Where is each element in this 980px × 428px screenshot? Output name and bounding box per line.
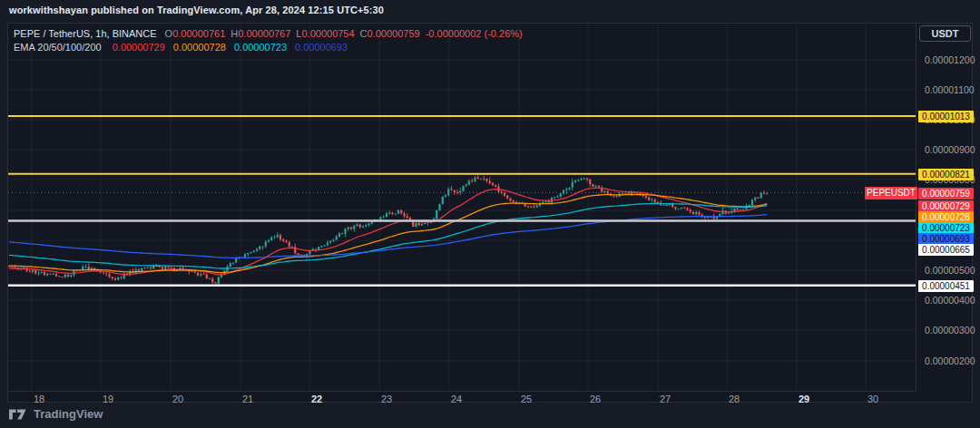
price-tick-label: 0.00001100 [925,84,975,95]
price-label-chip: 0.00000665 [918,244,974,256]
price-tick-label: 0.00000500 [925,265,975,276]
price-label-chip: 0.00000759 [918,188,974,199]
ohlc-key: C [360,28,368,39]
time-tick-label: 30 [867,394,878,404]
time-tick-label: 18 [34,394,44,404]
symbol-legend-row[interactable]: PEPE / TetherUS, 1h, BINANCE O0.00000761… [14,27,523,41]
time-tick-label: 20 [172,394,183,404]
price-label-chip: 0.00000693 [918,233,974,245]
currency-toggle-button[interactable]: USDT [919,25,971,42]
ema-value: 0.00000693 [295,42,348,53]
price-tick-label: 0.00000300 [925,325,975,336]
price-label-chip: 0.00000728 [918,211,974,223]
chart-pane: PEPE / TetherUS, 1h, BINANCE O0.00000761… [7,23,973,403]
price-tick-label: 0.00000200 [925,355,975,366]
time-tick-label: 28 [729,394,740,404]
time-tick-label: 21 [242,394,253,404]
price-label-chip: 0.00000821 [918,169,974,180]
chart-legend: PEPE / TetherUS, 1h, BINANCE O0.00000761… [14,27,523,54]
published-attribution: workwithshayan published on TradingView.… [9,5,384,15]
ohlc-value: 0.00000754 [301,28,354,39]
ema-value: 0.00000728 [173,42,226,53]
ema-value: 0.00000723 [234,42,287,53]
footer-brand: TradingView [9,407,103,421]
price-label-chip: 0.00000451 [918,280,974,292]
candlestick-chart[interactable] [8,24,916,391]
ema-indicator-label: EMA 20/50/100/200 [14,42,102,53]
time-axis[interactable]: 18192021222324252627282930 [8,391,916,404]
ohlc-value: 0.00000759 [368,28,420,39]
tradingview-snapshot: workwithshayan published on TradingView.… [0,0,980,428]
price-tick-label: 0.00000900 [925,144,975,155]
up-candle-bodies [20,177,768,283]
down-candle-wicks [9,175,764,284]
time-tick-label: 23 [381,394,392,404]
price-tick-label: 0.00000400 [925,295,975,306]
ema-100-line [9,204,767,269]
price-tick-label: 0.00001200 [925,54,975,65]
ema-legend-row[interactable]: EMA 20/50/100/200 0.000007290.000007280.… [14,41,523,54]
price-axis-separator [916,24,916,391]
time-tick-label: 25 [521,394,532,404]
price-label-chip: 0.00001013 [918,111,974,122]
time-tick-label: 27 [660,394,671,404]
ema-value: 0.00000729 [113,42,165,53]
price-label-chip: 0.00000729 [918,200,974,212]
price-label-chip: 0.00000723 [918,222,974,234]
symbol-price-chip: PEPEUSDT [865,187,917,199]
down-candle-bodies [8,177,765,283]
time-tick-label: 26 [590,394,601,404]
time-tick-label: 29 [799,394,809,404]
time-tick-label: 22 [311,394,322,404]
ohlc-key: O [165,28,173,39]
tradingview-logo-icon[interactable] [9,408,28,421]
symbol-title: PEPE / TetherUS, 1h, BINANCE [14,28,157,39]
ema-20-line [9,188,767,275]
time-tick-label: 24 [451,394,462,404]
ema-50-line [9,194,767,272]
time-tick-label: 19 [103,394,113,404]
ohlc-value: 0.00000761 [172,28,225,39]
ohlc-value: 0.00000767 [238,28,290,39]
tradingview-brand-text[interactable]: TradingView [34,407,103,421]
change-value: -0.00000002 (-0.26%) [426,28,523,39]
